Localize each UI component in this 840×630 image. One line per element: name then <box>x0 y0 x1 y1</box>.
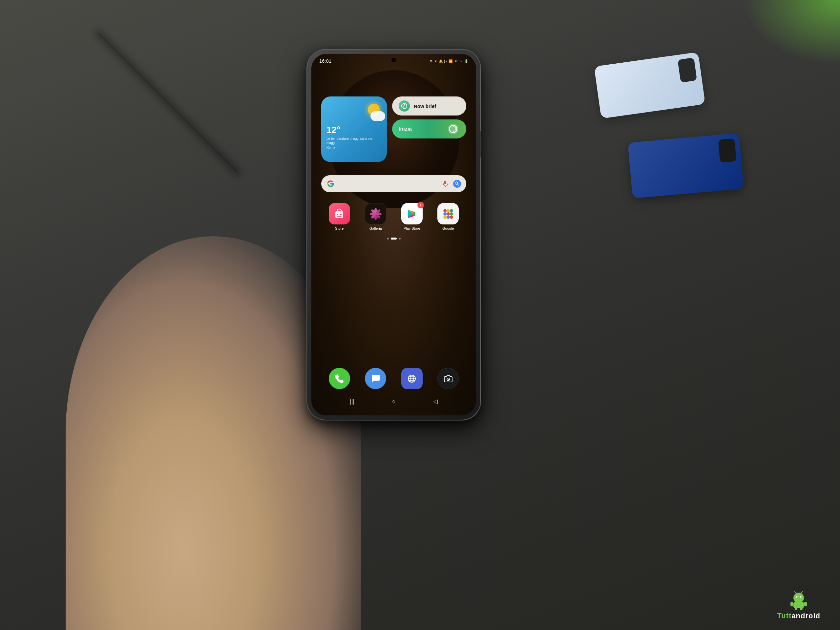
now-brief-svg <box>401 103 407 109</box>
svg-point-36 <box>800 596 802 598</box>
camera-svg <box>443 373 453 384</box>
nav-back-button[interactable]: ◁ <box>433 398 438 405</box>
cloud-overlay <box>371 111 385 121</box>
status-icons: ⚙ ☀ 🔔 ▷ 📶 .ıll 17 🔋 <box>429 59 468 63</box>
svg-point-39 <box>794 591 795 592</box>
svg-point-33 <box>448 379 448 380</box>
widgets-row: 12° Le temperature di oggi saranno maggi… <box>321 96 466 162</box>
playstore-label: Play Store <box>404 226 420 231</box>
inizia-icon <box>447 122 460 136</box>
microphone-icon <box>442 180 448 187</box>
dot-3 <box>399 238 401 240</box>
search-lens-icon[interactable] <box>453 180 461 188</box>
svg-point-25 <box>447 215 450 218</box>
nav-recents-button[interactable]: ||| <box>350 398 354 405</box>
phone-screen: 16:01 ⚙ ☀ 🔔 ▷ 📶 .ıll 17 🔋 <box>311 54 476 415</box>
dock-camera-icon[interactable] <box>437 368 459 389</box>
store-label: Store <box>335 226 344 231</box>
svg-point-23 <box>450 212 453 216</box>
phone-svg <box>334 373 344 384</box>
svg-line-38 <box>801 592 802 593</box>
nav-home-button[interactable]: ○ <box>392 398 396 405</box>
search-mic-icon[interactable] <box>441 180 449 188</box>
now-brief-label: Now brief <box>414 103 436 109</box>
dock <box>321 368 466 389</box>
svg-rect-41 <box>793 602 804 608</box>
galleria-icon <box>365 203 386 224</box>
google-icon <box>437 203 459 224</box>
dock-messages-icon[interactable] <box>365 368 386 389</box>
weather-widget[interactable]: 12° Le temperature di oggi saranno maggi… <box>321 96 387 162</box>
phone-outer: 16:01 ⚙ ☀ 🔔 ▷ 📶 .ıll 17 🔋 <box>307 49 481 420</box>
svg-rect-5 <box>335 211 343 218</box>
svg-point-21 <box>443 212 447 216</box>
inizia-label: Inizia <box>399 126 412 132</box>
status-time: 16:01 <box>319 58 332 64</box>
svg-point-26 <box>450 215 453 218</box>
flower-svg <box>369 207 382 221</box>
svg-point-20 <box>450 209 453 212</box>
svg-point-7 <box>340 214 341 215</box>
dock-phone-icon[interactable] <box>329 368 350 389</box>
now-brief-widget[interactable]: Now brief <box>392 96 466 115</box>
watermark-site-label: Tuttandroid <box>777 612 820 620</box>
messages-svg <box>371 373 381 384</box>
app-item-galleria[interactable]: Galleria <box>365 203 386 231</box>
search-bar[interactable] <box>321 175 466 192</box>
galleria-label: Galleria <box>369 226 382 231</box>
inizia-widget[interactable]: Inizia <box>392 120 466 139</box>
weather-city: Roma <box>327 146 382 149</box>
svg-point-19 <box>447 209 450 212</box>
app-item-playstore[interactable]: 1 Play Store <box>401 203 423 231</box>
svg-rect-45 <box>800 608 802 610</box>
weather-description: Le temperature di oggi saranno maggi... <box>327 136 382 145</box>
svg-point-18 <box>443 209 447 212</box>
wifi-icon: 📶 <box>448 59 453 63</box>
svg-line-37 <box>795 592 796 593</box>
nav-bar: ||| ○ ◁ <box>311 393 476 409</box>
lens-icon <box>454 181 460 187</box>
google-logo <box>327 180 334 187</box>
svg-rect-2 <box>444 181 446 184</box>
sun-cloud-icon <box>364 100 384 120</box>
settings-icon: ⚙ <box>429 59 433 63</box>
internet-svg <box>407 373 417 384</box>
right-widgets: Now brief Inizia <box>392 96 466 162</box>
svg-point-6 <box>337 214 338 215</box>
store-icon <box>329 203 350 224</box>
sound-icon: 🔔 <box>439 59 443 63</box>
store-svg <box>333 208 345 220</box>
battery-icon: 🔋 <box>464 59 468 63</box>
playstore-badge: 1 <box>417 202 424 208</box>
app-item-store[interactable]: Store <box>329 203 350 231</box>
weather-temperature: 12° <box>327 125 382 135</box>
app-item-google[interactable]: Google <box>437 203 459 231</box>
svg-point-24 <box>443 215 447 218</box>
battery-text: 17 <box>459 59 463 63</box>
svg-point-40 <box>802 591 803 592</box>
dot-2-active <box>391 238 397 240</box>
brightness-icon: ☀ <box>434 59 437 63</box>
svg-point-35 <box>796 596 798 598</box>
page-dots <box>387 238 401 240</box>
now-brief-icon <box>399 100 410 112</box>
app-icons-row: Store <box>321 203 466 231</box>
dot-1 <box>387 238 389 240</box>
phone-container: 16:01 ⚙ ☀ 🔔 ▷ 📶 .ıll 17 🔋 <box>307 49 481 420</box>
svg-rect-43 <box>804 602 807 606</box>
dock-internet-icon[interactable] <box>401 368 423 389</box>
svg-rect-44 <box>795 608 797 610</box>
bluetooth-icon: ▷ <box>444 59 447 63</box>
google-g-icon <box>327 180 334 188</box>
camera-hole <box>392 58 396 62</box>
phone-back-blue <box>628 133 744 199</box>
svg-point-22 <box>447 212 450 216</box>
svg-rect-42 <box>791 602 793 606</box>
playstore-svg <box>406 208 418 220</box>
watermark: Tuttandroid <box>777 591 820 620</box>
svg-point-34 <box>793 592 804 603</box>
inizia-spiral-icon <box>447 123 459 135</box>
svg-rect-8 <box>337 216 341 216</box>
signal-icon: .ıll <box>454 59 458 63</box>
playstore-icon: 1 <box>401 203 423 224</box>
